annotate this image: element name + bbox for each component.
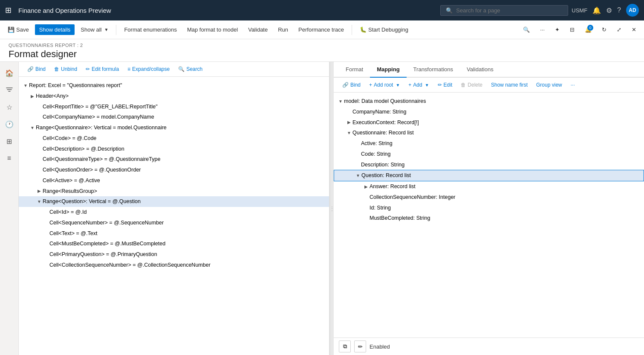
right-delete-button[interactable]: 🗑 Delete: [457, 80, 486, 90]
edit-status-button[interactable]: ✏: [354, 340, 366, 352]
bind-button[interactable]: 🔗 Bind: [24, 64, 49, 74]
right-bind-button[interactable]: 🔗 Bind: [339, 80, 364, 90]
format-tree-item[interactable]: Cell<Code> = @.Code: [19, 133, 329, 144]
page-content: QUESTIONNAIRES REPORT : 2 Format designe…: [0, 39, 644, 355]
format-tree-item[interactable]: Cell<Active> = @.Active: [19, 175, 329, 186]
start-debugging-button[interactable]: 🐛 Start Debugging: [355, 24, 413, 35]
user-avatar[interactable]: AD: [626, 4, 639, 17]
add-button[interactable]: + Add ▼: [405, 80, 432, 90]
search-toolbar-button[interactable]: 🔍: [519, 24, 534, 35]
format-tree-item[interactable]: Cell<Id> = @.Id: [19, 207, 329, 218]
model-tree-item[interactable]: ▶Answer: Record list: [334, 181, 644, 192]
model-toggle[interactable]: ▶: [346, 119, 352, 125]
format-tree-item[interactable]: Cell<SequenceNumber> = @.SequenceNumber: [19, 218, 329, 228]
format-tree-item[interactable]: Cell<CompanyName> = model.CompanyName: [19, 112, 329, 122]
tree-toggle[interactable]: ▼: [29, 125, 36, 131]
model-tree-item[interactable]: CollectionSequenceNumber: Integer: [334, 192, 644, 203]
side-nav: 🏠 ☆ 🕐 ⊞ ≡: [0, 62, 19, 355]
format-tree-item[interactable]: Cell<CollectionSequenceNumber> = @.Colle…: [19, 260, 329, 271]
notification-icon[interactable]: 🔔: [592, 6, 601, 15]
expand-window-button[interactable]: ⤢: [612, 24, 626, 35]
global-search-input[interactable]: [456, 7, 563, 14]
right-edit-button[interactable]: ✏ Edit: [434, 80, 456, 90]
add-root-button[interactable]: + Add root ▼: [366, 80, 403, 90]
format-tree-item[interactable]: Cell<ReportTitle> = @"GER_LABEL:ReportTi…: [19, 102, 329, 112]
badge-button[interactable]: 🔔 0: [580, 24, 596, 35]
run-button[interactable]: Run: [274, 24, 292, 35]
format-tree-item[interactable]: ▼Range<Question>: Vertical = @.Question: [19, 196, 329, 207]
tree-item-label: Cell<Code> = @.Code: [43, 134, 96, 143]
format-search-button[interactable]: 🔍 Search: [175, 64, 206, 74]
refresh-button[interactable]: ↻: [598, 24, 611, 35]
close-button[interactable]: ✕: [627, 24, 641, 35]
format-tree: ▼Report: Excel = "Questionnaires report"…: [19, 77, 329, 355]
validate-button[interactable]: Validate: [244, 24, 272, 35]
model-tree-item[interactable]: CompanyName: String: [334, 107, 644, 117]
copy-status-button[interactable]: ⧉: [339, 340, 351, 352]
nav-star-icon[interactable]: ☆: [2, 99, 17, 115]
edit-formula-button[interactable]: ✏ Edit formula: [82, 64, 122, 74]
tree-toggle[interactable]: ▶: [29, 93, 36, 99]
model-tree-item[interactable]: MustBeCompleted: String: [334, 213, 644, 224]
performance-trace-button[interactable]: Performance trace: [294, 24, 348, 35]
nav-filter-icon[interactable]: [2, 82, 17, 98]
tree-toggle[interactable]: ▼: [36, 198, 43, 205]
model-item-label: CompanyName: String: [352, 108, 406, 116]
model-tree-item[interactable]: Description: String: [334, 160, 644, 170]
format-tree-item[interactable]: Cell<QuestionOrder> = @.QuestionOrder: [19, 165, 329, 175]
show-name-first-button[interactable]: Show name first: [488, 80, 531, 90]
right-more-button[interactable]: ···: [567, 80, 578, 90]
format-enumerations-button[interactable]: Format enumerations: [120, 24, 181, 35]
tab-format[interactable]: Format: [339, 62, 370, 78]
tree-toggle[interactable]: ▼: [22, 82, 29, 89]
format-tree-item[interactable]: Cell<MustBeCompleted> = @.MustBeComplete…: [19, 239, 329, 249]
save-button[interactable]: 💾 Save: [3, 24, 33, 35]
format-tree-item[interactable]: Cell<QuestionnaireType> = @.Questionnair…: [19, 154, 329, 165]
nav-grid-icon[interactable]: ⊞: [2, 134, 17, 149]
model-tree-item[interactable]: Id: String: [334, 203, 644, 213]
tab-validations[interactable]: Validations: [460, 62, 500, 78]
tab-mapping[interactable]: Mapping: [370, 62, 406, 78]
model-tree-item[interactable]: Active: String: [334, 138, 644, 149]
vertical-splitter[interactable]: ⋮: [330, 62, 334, 355]
model-toggle[interactable]: ▼: [355, 172, 361, 179]
group-view-button[interactable]: Group view: [533, 80, 566, 90]
model-toggle[interactable]: ▼: [346, 130, 352, 136]
unbind-button[interactable]: 🗑 Unbind: [51, 64, 81, 74]
nav-home-icon[interactable]: 🏠: [2, 65, 17, 81]
more-button[interactable]: ···: [536, 24, 549, 35]
layout-button[interactable]: ✦: [551, 24, 564, 35]
tree-toggle[interactable]: ▶: [36, 188, 43, 194]
model-tree-item[interactable]: ▶ExecutionContext: Record[!]: [334, 117, 644, 128]
format-tree-item[interactable]: ▼Range<Questionnaire>: Vertical = model.…: [19, 122, 329, 133]
global-search[interactable]: 🔍: [440, 5, 568, 16]
model-toggle[interactable]: ▶: [363, 183, 370, 190]
model-tree-item[interactable]: ▼model: Data model Questionnaires: [334, 96, 644, 107]
model-toggle[interactable]: ▼: [337, 98, 344, 105]
nav-clock-icon[interactable]: 🕐: [2, 116, 17, 132]
map-format-to-model-button[interactable]: Map format to model: [183, 24, 242, 35]
format-tree-item[interactable]: Cell<PrimaryQuestion> = @.PrimaryQuestio…: [19, 249, 329, 260]
format-tree-item[interactable]: ▼Report: Excel = "Questionnaires report": [19, 80, 329, 91]
settings-icon[interactable]: ⚙: [606, 6, 612, 15]
grid-icon[interactable]: ⊞: [5, 6, 12, 15]
model-tree-item[interactable]: ▼Questionnaire: Record list: [334, 128, 644, 138]
tree-item-label: Range<Questionnaire>: Vertical = model.Q…: [36, 124, 167, 132]
show-all-button[interactable]: Show all ▼: [76, 24, 113, 35]
format-tree-item[interactable]: ▶Header<Any>: [19, 91, 329, 102]
tree-item-label: Cell<MustBeCompleted> = @.MustBeComplete…: [49, 240, 165, 248]
split-button[interactable]: ⊟: [566, 24, 579, 35]
tab-transformations[interactable]: Transformations: [407, 62, 460, 78]
model-tree-item[interactable]: Code: String: [334, 149, 644, 160]
nav-list-icon[interactable]: ≡: [2, 151, 17, 166]
expand-collapse-button[interactable]: ≡ Expand/collapse: [124, 64, 173, 74]
model-item-label: Id: String: [370, 204, 391, 212]
model-tree-item[interactable]: ▼Question: Record list: [334, 170, 644, 181]
show-details-button[interactable]: Show details: [35, 24, 75, 35]
tree-item-label: Range<Question>: Vertical = @.Question: [43, 198, 141, 206]
model-tree: ▼model: Data model QuestionnairesCompany…: [334, 93, 644, 338]
help-icon[interactable]: ?: [617, 6, 621, 14]
format-tree-item[interactable]: Cell<Description> = @.Description: [19, 144, 329, 154]
format-tree-item[interactable]: Cell<Text> = @.Text: [19, 228, 329, 239]
format-tree-item[interactable]: ▶Range<ResultsGroup>: [19, 186, 329, 197]
